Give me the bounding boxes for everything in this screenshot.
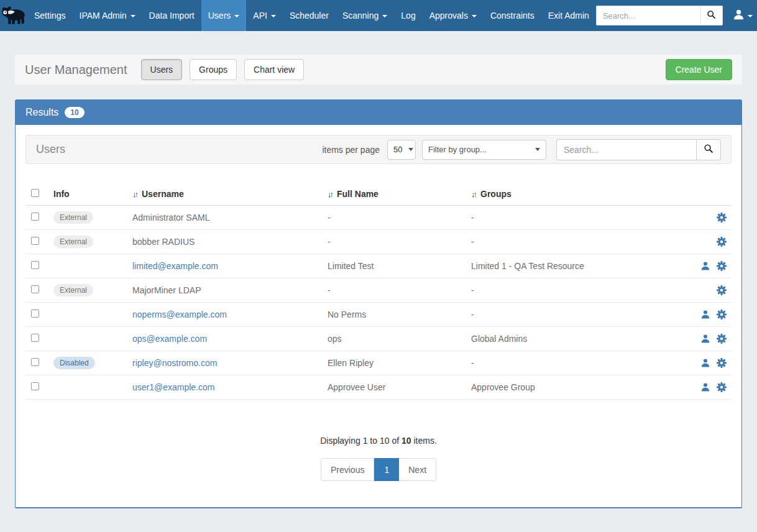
user-profile-icon[interactable]	[700, 310, 710, 319]
nav-item-data-import[interactable]: Data Import	[142, 0, 201, 31]
toolbar-controls: items per page 50 Filter by group...	[322, 139, 721, 160]
row-checkbox[interactable]	[31, 285, 39, 293]
nav-item-scheduler[interactable]: Scheduler	[283, 0, 336, 31]
user-profile-icon[interactable]	[700, 382, 710, 392]
groups-cell: -	[471, 285, 676, 295]
nav-item-label: Settings	[34, 11, 66, 21]
caret-down-icon	[131, 15, 135, 17]
full-name-cell: -	[328, 213, 471, 222]
next-page-button[interactable]: Next	[399, 458, 436, 481]
tab-users-button[interactable]: Users	[141, 59, 183, 80]
row-checkbox[interactable]	[31, 382, 39, 390]
nav-item-label: Data Import	[149, 11, 195, 21]
nav-item-constraints[interactable]: Constraints	[484, 0, 541, 31]
username-cell[interactable]: ripley@nostromo.com	[132, 358, 217, 368]
gear-icon[interactable]	[717, 310, 727, 319]
gear-icon[interactable]	[717, 237, 727, 247]
navbar-search-input[interactable]	[596, 6, 700, 25]
status-badge: External	[53, 284, 93, 296]
user-table-body: External Administrator SAML - -	[25, 206, 732, 400]
results-count-badge: 10	[65, 107, 84, 118]
select-all-checkbox[interactable]	[31, 189, 39, 197]
row-checkbox[interactable]	[31, 213, 39, 221]
nav-item-api[interactable]: API	[246, 0, 283, 31]
gear-icon[interactable]	[717, 285, 727, 295]
previous-page-button[interactable]: Previous	[321, 458, 374, 481]
group-filter-select[interactable]: Filter by group...	[422, 140, 546, 160]
sort-icon: ↓↑	[328, 190, 334, 199]
items-per-page-value: 50	[393, 145, 402, 154]
column-label: Full Name	[337, 189, 378, 199]
nav-item-log[interactable]: Log	[394, 0, 422, 31]
items-per-page-select[interactable]: 50	[387, 140, 416, 160]
row-checkbox[interactable]	[31, 334, 39, 342]
full-name-cell: Limited Test	[328, 261, 471, 271]
tab-groups-button[interactable]: Groups	[190, 59, 237, 80]
username-cell[interactable]: ops@example.com	[132, 334, 207, 344]
username-cell: Administrator SAML	[132, 213, 209, 222]
page-title: User Management	[25, 63, 127, 77]
groups-cell: -	[471, 310, 676, 319]
panda-logo-icon	[0, 5, 27, 27]
pager: Previous 1 Next	[321, 458, 436, 481]
row-checkbox[interactable]	[31, 310, 39, 318]
groups-cell: -	[471, 237, 676, 247]
app-logo[interactable]	[0, 0, 27, 31]
nav-item-exit-admin[interactable]: Exit Admin	[541, 0, 596, 31]
nav-item-ipam-admin[interactable]: IPAM Admin	[73, 0, 142, 31]
user-profile-icon[interactable]	[700, 358, 710, 368]
column-header-full-name[interactable]: ↓↑ Full Name	[328, 189, 471, 199]
nav-item-scanning[interactable]: Scanning	[336, 0, 394, 31]
page-header: User Management Users Groups Chart view …	[15, 55, 742, 85]
current-page-button[interactable]: 1	[374, 458, 399, 481]
users-table: Info ↓↑ Username ↓↑ Full Name ↓↑ Groups …	[25, 183, 732, 400]
gear-icon[interactable]	[717, 382, 727, 392]
status-badge: Disabled	[53, 357, 95, 369]
caret-down-icon	[271, 15, 276, 17]
gear-icon[interactable]	[717, 213, 727, 222]
nav-item-label: Scheduler	[290, 11, 329, 21]
items-per-page-label: items per page	[322, 145, 380, 155]
groups-cell: Approvee Group	[471, 382, 676, 392]
groups-cell: Limited 1 - QA Test Resource	[471, 261, 676, 271]
username-cell: MajorMiner LDAP	[132, 285, 201, 295]
nav-menu: SettingsIPAM AdminData ImportUsersAPISch…	[27, 0, 596, 31]
caret-down-icon	[535, 148, 540, 151]
user-profile-icon[interactable]	[700, 334, 710, 344]
results-title: Results	[25, 107, 58, 118]
username-cell[interactable]: noperms@example.com	[132, 310, 227, 319]
row-checkbox[interactable]	[31, 237, 39, 245]
row-checkbox[interactable]	[31, 261, 39, 269]
create-user-button[interactable]: Create User	[666, 59, 732, 80]
username-cell[interactable]: limited@example.com	[132, 261, 218, 271]
user-menu-toggle[interactable]	[729, 9, 756, 22]
column-header-username[interactable]: ↓↑ Username	[132, 189, 328, 199]
results-panel-body: Users items per page 50 Filter by group.…	[16, 125, 741, 507]
pagination-summary: Displaying 1 to 10 of 10 items.	[25, 436, 732, 446]
column-label: Groups	[480, 189, 512, 199]
nav-item-users[interactable]: Users	[201, 0, 247, 31]
caret-down-icon	[382, 15, 387, 17]
table-search-button[interactable]	[696, 139, 721, 160]
results-panel-header: Results 10	[16, 100, 741, 125]
full-name-cell: -	[328, 285, 471, 295]
username-cell[interactable]: user1@example.com	[132, 382, 215, 392]
nav-item-label: Constraints	[490, 11, 534, 21]
user-profile-icon[interactable]	[700, 261, 710, 271]
nav-item-label: Log	[401, 11, 415, 21]
table-search-input[interactable]	[556, 139, 696, 160]
gear-icon[interactable]	[717, 334, 727, 344]
table-row: External MajorMiner LDAP - -	[25, 278, 732, 303]
full-name-cell: Approvee User	[328, 382, 471, 392]
column-header-groups[interactable]: ↓↑ Groups	[471, 189, 676, 199]
table-search-group	[556, 139, 721, 160]
column-header-info: Info	[53, 189, 132, 199]
gear-icon[interactable]	[717, 261, 727, 271]
gear-icon[interactable]	[717, 358, 727, 368]
nav-item-approvals[interactable]: Approvals	[423, 0, 484, 31]
row-checkbox[interactable]	[31, 358, 39, 366]
nav-item-settings[interactable]: Settings	[27, 0, 73, 31]
navbar-search-button[interactable]	[700, 6, 723, 25]
users-toolbar: Users items per page 50 Filter by group.…	[25, 135, 732, 164]
tab-chart-view-button[interactable]: Chart view	[244, 59, 304, 80]
